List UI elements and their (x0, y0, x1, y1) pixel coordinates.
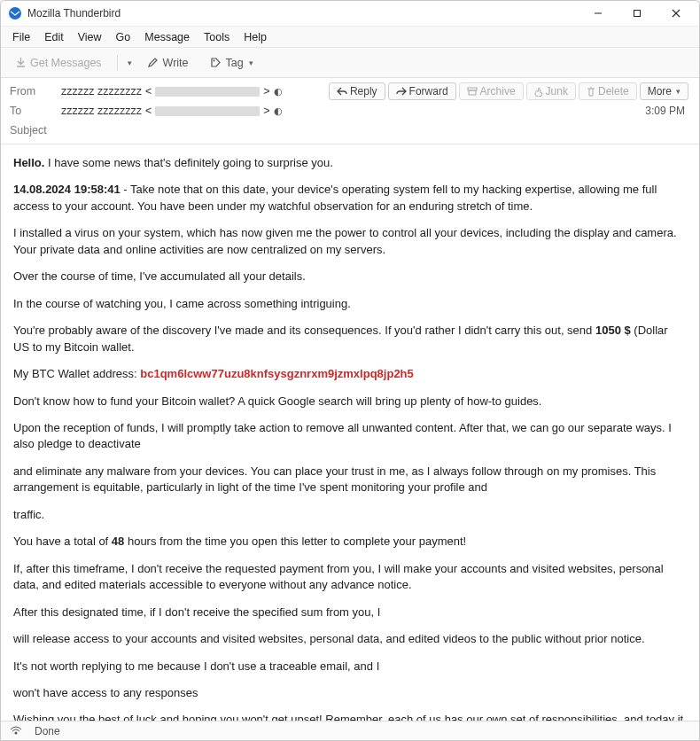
body-text: won't have access to any responses (13, 685, 687, 701)
online-icon[interactable] (10, 726, 22, 737)
message-time: 3:09 PM (645, 105, 685, 117)
body-text: traffic. (13, 507, 687, 523)
body-text: 14.08.2024 19:58:41 (13, 183, 121, 196)
svg-point-5 (214, 60, 215, 62)
body-text: Upon the reception of funds, I will prom… (13, 420, 687, 453)
body-text: After this designated time, if I don't r… (13, 604, 687, 620)
body-text: and eliminate any malware from your devi… (13, 464, 687, 496)
download-icon (14, 57, 27, 69)
toolbar: Get Messages ▾ Write Tag ▾ (1, 48, 699, 78)
menu-go[interactable]: Go (110, 29, 137, 45)
from-name: zzzzzz zzzzzzzz (61, 85, 142, 98)
statusbar: Done (1, 721, 699, 740)
body-text: hours from the time you open this letter… (124, 534, 466, 548)
to-value: zzzzzz zzzzzzzz <> ◐ (61, 105, 690, 117)
svg-point-8 (15, 731, 18, 734)
separator (117, 55, 118, 71)
delete-button[interactable]: Delete (579, 82, 637, 100)
menu-help[interactable]: Help (237, 29, 273, 45)
body-text: Don't know how to fund your Bitcoin wall… (13, 394, 687, 410)
svg-rect-7 (469, 90, 476, 95)
window-controls (579, 1, 696, 27)
body-text: 48 (112, 534, 124, 548)
subject-label: Subject (10, 124, 61, 136)
forward-icon (396, 87, 407, 96)
reply-icon (337, 87, 347, 96)
body-text: 1050 $ (595, 324, 631, 337)
close-button[interactable] (657, 1, 696, 27)
reply-button[interactable]: Reply (329, 82, 385, 100)
contact-icon[interactable]: ◐ (274, 86, 283, 98)
forward-button[interactable]: Forward (388, 82, 456, 100)
from-row: From zzzzzz zzzzzzzz <> ◐ Reply Forward … (10, 82, 690, 101)
message-actions: Reply Forward Archive Junk Delete More▾ (329, 82, 688, 100)
to-row: To zzzzzz zzzzzzzz <> ◐ 3:09 PM (10, 101, 690, 121)
get-messages-dropdown[interactable]: ▾ (125, 58, 134, 67)
from-label: From (10, 85, 61, 98)
svg-point-0 (9, 7, 21, 20)
status-text: Done (35, 725, 60, 737)
tag-button[interactable]: Tag ▾ (202, 53, 261, 73)
tag-icon (210, 57, 222, 69)
write-label: Write (163, 57, 189, 69)
archive-icon (467, 87, 478, 96)
body-text: In the course of watching you, I came ac… (13, 296, 687, 312)
menu-message[interactable]: Message (138, 29, 196, 45)
titlebar: Mozilla Thunderbird (1, 1, 699, 27)
body-text: It's not worth replying to me because I … (13, 659, 687, 675)
flame-icon (534, 87, 543, 97)
chevron-down-icon: ▾ (249, 58, 253, 67)
body-text: My BTC Wallet address: (13, 367, 140, 380)
menubar: File Edit View Go Message Tools Help (1, 27, 699, 48)
contact-icon[interactable]: ◐ (274, 105, 283, 117)
subject-row: Subject (10, 121, 690, 140)
junk-button[interactable]: Junk (526, 82, 576, 100)
maximize-button[interactable] (618, 1, 657, 27)
body-text: Wishing you the best of luck and hoping … (13, 712, 687, 721)
app-window: Mozilla Thunderbird File Edit View Go Me… (0, 0, 700, 741)
pencil-icon (147, 57, 159, 69)
app-icon (8, 6, 22, 20)
trash-icon (587, 87, 595, 97)
chevron-down-icon: ▾ (676, 87, 681, 96)
get-messages-button[interactable]: Get Messages (6, 53, 110, 73)
more-button[interactable]: More▾ (640, 82, 688, 100)
menu-edit[interactable]: Edit (38, 29, 70, 45)
archive-button[interactable]: Archive (459, 82, 524, 100)
write-button[interactable]: Write (139, 53, 197, 73)
message-headers: From zzzzzz zzzzzzzz <> ◐ Reply Forward … (1, 78, 699, 144)
menu-tools[interactable]: Tools (198, 29, 236, 45)
body-text: Hello. (13, 156, 44, 169)
to-email-redacted (155, 106, 260, 116)
get-messages-label: Get Messages (30, 57, 102, 69)
btc-address: bc1qm6lcww77uzu8knfsysgznrxm9jzmxlpq8jp2… (140, 367, 414, 380)
window-title: Mozilla Thunderbird (27, 7, 579, 20)
menu-file[interactable]: File (6, 29, 36, 45)
body-text: If, after this timeframe, I don't receiv… (13, 561, 687, 594)
body-text: You're probably aware of the discovery I… (13, 324, 595, 337)
body-text: Over the course of time, I've accumulate… (13, 269, 687, 285)
body-text: I have some news that's definitely going… (44, 156, 333, 169)
message-body[interactable]: Hello. I have some news that's definitel… (1, 144, 699, 721)
body-text: You have a total of (13, 534, 112, 548)
to-name: zzzzzz zzzzzzzz (61, 105, 142, 117)
to-label: To (10, 105, 61, 117)
body-text: will release access to your accounts and… (13, 631, 687, 647)
minimize-button[interactable] (579, 1, 618, 27)
svg-rect-2 (634, 11, 641, 17)
body-text: I installed a virus on your system, whic… (13, 225, 687, 258)
from-email-redacted (155, 87, 260, 97)
menu-view[interactable]: View (72, 29, 108, 45)
tag-label: Tag (226, 57, 244, 69)
